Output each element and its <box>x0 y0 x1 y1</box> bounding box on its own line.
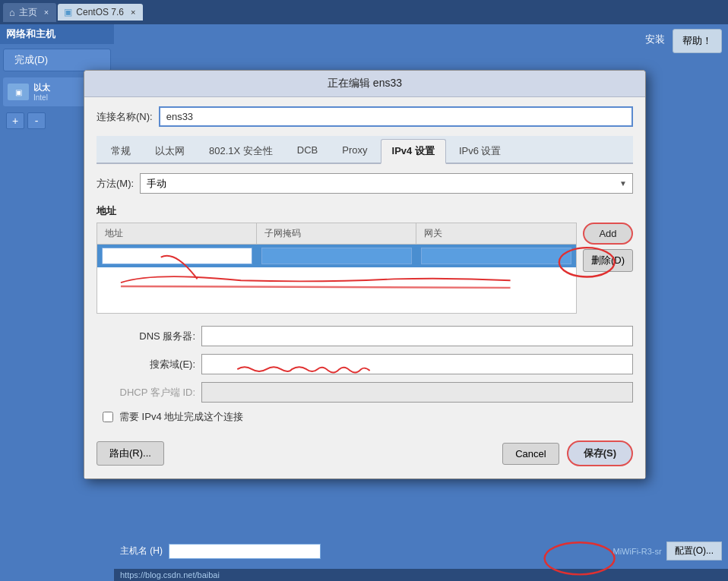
checkbox-label[interactable]: 需要 IPv4 地址完成这个连接 <box>119 410 243 424</box>
add-address-button[interactable]: Add <box>583 223 633 245</box>
addr-input[interactable] <box>102 248 252 264</box>
tab-proxy[interactable]: Proxy <box>331 139 378 163</box>
dialog-overlay: 正在编辑 ens33 连接名称(N): 常规 以太网 802.1X 安全性 DC… <box>0 24 728 581</box>
home-icon: ⌂ <box>9 7 15 18</box>
tab-general[interactable]: 常规 <box>100 139 142 163</box>
addr-btn-col: Add 删除(D) <box>583 223 633 320</box>
tab-security[interactable]: 802.1X 安全性 <box>198 139 284 163</box>
centos-tab[interactable]: ▣ CentOS 7.6 × <box>58 4 143 21</box>
route-button[interactable]: 路由(R)... <box>97 441 164 466</box>
method-label: 方法(M): <box>97 177 134 191</box>
search-input[interactable] <box>201 354 633 374</box>
address-table: 地址 子网掩码 网关 <box>97 223 577 314</box>
cancel-button[interactable]: Cancel <box>502 443 559 465</box>
dhcp-label: DHCP 客户端 ID: <box>97 386 195 399</box>
address-area: 地址 子网掩码 网关 <box>97 223 633 320</box>
address-table-wrapper: 地址 子网掩码 网关 <box>97 223 577 320</box>
subnet-input[interactable] <box>261 248 412 264</box>
address-table-body <box>97 245 576 313</box>
address-row[interactable] <box>97 245 576 267</box>
dns-input[interactable] <box>201 326 633 346</box>
addr-cell[interactable] <box>97 245 257 267</box>
centos-tab-label: CentOS 7.6 <box>76 7 124 17</box>
method-row: 方法(M): 手动 自动(DHCP) 仅链路本地 共享给其他计算机 禁用 <box>97 173 633 194</box>
taskbar: ⌂ 主页 × ▣ CentOS 7.6 × <box>0 0 728 24</box>
gateway-input[interactable] <box>421 248 571 264</box>
method-select[interactable]: 手动 自动(DHCP) 仅链路本地 共享给其他计算机 禁用 <box>140 173 633 194</box>
address-table-header: 地址 子网掩码 网关 <box>97 223 576 245</box>
subnet-cell[interactable] <box>257 245 416 267</box>
gateway-col-header: 网关 <box>416 223 576 244</box>
dialog-body: 连接名称(N): 常规 以太网 802.1X 安全性 DCB Proxy IPv… <box>84 97 645 478</box>
home-tab[interactable]: ⌂ 主页 × <box>3 3 56 22</box>
delete-address-button[interactable]: 删除(D) <box>583 249 633 272</box>
dialog-titlebar: 正在编辑 ens33 <box>84 71 645 97</box>
tab-ipv4[interactable]: IPv4 设置 <box>381 139 446 164</box>
conn-name-label: 连接名称(N): <box>97 110 153 124</box>
gateway-cell[interactable] <box>416 245 576 267</box>
address-section-label: 地址 <box>97 204 633 218</box>
dialog-footer: 路由(R)... Cancel 保存(S) <box>97 434 633 466</box>
conn-name-input[interactable] <box>159 106 633 127</box>
dhcp-row: DHCP 客户端 ID: <box>97 382 633 403</box>
dhcp-input[interactable] <box>201 382 633 403</box>
addr-col-header: 地址 <box>97 223 257 244</box>
method-select-wrapper: 手动 自动(DHCP) 仅链路本地 共享给其他计算机 禁用 <box>140 173 633 194</box>
dns-row: DNS 服务器: <box>97 326 633 346</box>
home-tab-label: 主页 <box>19 6 37 19</box>
dialog: 正在编辑 ens33 连接名称(N): 常规 以太网 802.1X 安全性 DC… <box>84 70 646 479</box>
centos-icon: ▣ <box>64 7 72 17</box>
conn-name-row: 连接名称(N): <box>97 106 633 127</box>
home-tab-close[interactable]: × <box>44 8 49 17</box>
save-button[interactable]: 保存(S) <box>567 440 633 466</box>
address-empty-space <box>97 267 576 313</box>
subnet-col-header: 子网掩码 <box>257 223 416 244</box>
ipv4-required-checkbox[interactable] <box>103 412 113 422</box>
dialog-title: 正在编辑 ens33 <box>328 77 402 89</box>
tab-bar: 常规 以太网 802.1X 安全性 DCB Proxy IPv4 设置 IPv6… <box>97 136 633 164</box>
checkbox-row: 需要 IPv4 地址完成这个连接 <box>103 410 633 424</box>
tab-ethernet[interactable]: 以太网 <box>144 139 196 163</box>
tab-ipv6[interactable]: IPv6 设置 <box>448 139 513 163</box>
dns-label: DNS 服务器: <box>97 330 195 343</box>
centos-tab-close[interactable]: × <box>131 8 135 17</box>
search-label: 搜索域(E): <box>97 358 195 371</box>
search-row: 搜索域(E): <box>97 354 633 374</box>
tab-dcb[interactable]: DCB <box>286 139 329 163</box>
